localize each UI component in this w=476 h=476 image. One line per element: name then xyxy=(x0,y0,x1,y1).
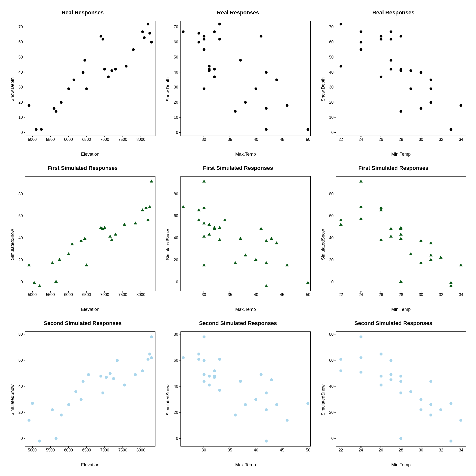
data-point xyxy=(306,128,309,131)
data-point xyxy=(399,280,403,283)
data-point xyxy=(55,110,57,113)
data-point xyxy=(239,237,242,240)
y-axis-label: SimulatedSnow xyxy=(321,229,326,260)
data-point xyxy=(389,235,393,238)
data-point xyxy=(101,38,104,40)
data-point xyxy=(389,359,392,362)
x-axis-label: Elevation xyxy=(25,152,155,157)
x-ticks: 5000550060006500700075008000 xyxy=(25,446,155,452)
chart-title: First Simulated Responses xyxy=(358,165,428,171)
data-point xyxy=(60,414,63,416)
data-point xyxy=(429,414,432,416)
plot-area: 020406080 xyxy=(180,176,311,291)
y-tick-label: 60 xyxy=(329,40,336,44)
data-point xyxy=(123,384,126,387)
data-point xyxy=(203,35,205,37)
data-point xyxy=(55,437,58,440)
data-point xyxy=(27,263,31,266)
data-point xyxy=(82,380,85,383)
x-axis-label: Max.Temp xyxy=(180,462,311,468)
data-point xyxy=(202,235,206,238)
x-tick-label: 35 xyxy=(228,137,232,142)
data-point xyxy=(103,68,106,71)
y-tick-label: 30 xyxy=(329,85,336,89)
data-point xyxy=(265,408,268,411)
y-tick-label: 80 xyxy=(18,192,25,196)
chart-title: First Simulated Responses xyxy=(203,165,273,171)
data-point xyxy=(239,380,242,383)
x-ticks: 22242628303234 xyxy=(336,291,466,297)
y-tick-label: 70 xyxy=(174,25,181,29)
data-point xyxy=(202,221,206,224)
y-tick-label: 40 xyxy=(174,70,181,75)
x-ticks: 22242628303234 xyxy=(336,446,466,452)
data-point xyxy=(58,258,61,261)
data-point xyxy=(182,356,185,359)
data-point xyxy=(79,239,83,242)
chart-title: Second Simulated Responses xyxy=(44,320,121,327)
data-point xyxy=(202,263,206,266)
x-tick-label: 6500 xyxy=(82,293,91,297)
x-tick-label: 5500 xyxy=(46,137,55,142)
x-tick-label: 26 xyxy=(379,137,383,142)
x-tick-label: 22 xyxy=(339,137,343,142)
data-point xyxy=(223,218,227,221)
y-tick-label: 0 xyxy=(331,280,336,284)
y-axis-label: SimulatedSnow xyxy=(10,229,15,260)
chart-title: Real Responses xyxy=(61,9,104,16)
y-tick-label: 20 xyxy=(174,100,181,105)
data-point xyxy=(197,208,201,211)
x-tick-label: 5000 xyxy=(28,137,37,142)
data-point xyxy=(218,358,221,361)
plot-area: 020406080 xyxy=(180,331,311,446)
x-axis-label: Elevation xyxy=(25,307,155,312)
y-tick-label: 30 xyxy=(174,85,181,89)
y-tick-label: 20 xyxy=(174,258,181,262)
data-point xyxy=(359,335,362,338)
data-point xyxy=(429,258,433,261)
data-point xyxy=(439,408,442,411)
chart-cell-0: Real ResponsesSnow.Depth0102030405060705… xyxy=(5,5,160,160)
y-tick-label: 60 xyxy=(174,40,181,44)
x-ticks: 5000550060006500700075008000 xyxy=(25,291,155,297)
y-tick-label: 60 xyxy=(174,214,181,218)
data-point xyxy=(254,258,258,261)
data-point xyxy=(51,408,54,411)
y-tick-label: 20 xyxy=(329,100,336,105)
data-point xyxy=(147,23,149,26)
data-point xyxy=(430,101,432,104)
x-ticks: 3035404550 xyxy=(180,136,311,142)
data-point xyxy=(141,369,144,372)
y-tick-label: 60 xyxy=(18,40,25,44)
y-tick-label: 40 xyxy=(329,384,336,389)
y-tick-label: 80 xyxy=(329,332,336,337)
data-point xyxy=(28,419,30,422)
data-point xyxy=(270,237,273,240)
data-point xyxy=(459,263,463,266)
plot-area: 010203040506070 xyxy=(25,21,155,136)
plot-area: 010203040506070 xyxy=(180,21,311,136)
data-point xyxy=(359,356,362,359)
data-point xyxy=(389,378,392,381)
y-axis-label: SimulatedSnow xyxy=(165,229,171,260)
chart-title: Second Simulated Responses xyxy=(199,320,277,327)
data-point xyxy=(389,68,392,71)
data-point xyxy=(123,223,126,226)
x-tick-label: 40 xyxy=(254,293,258,297)
x-tick-label: 35 xyxy=(228,293,232,297)
y-axis-label: SimulatedSnow xyxy=(165,385,171,416)
y-tick-label: 0 xyxy=(331,130,336,135)
data-point xyxy=(399,227,403,230)
y-tick-label: 50 xyxy=(174,55,181,60)
data-point xyxy=(429,241,433,244)
y-axis-label: SimulatedSnow xyxy=(321,385,326,416)
data-point xyxy=(275,403,278,406)
data-point xyxy=(203,48,205,51)
y-tick-label: 10 xyxy=(18,115,25,120)
x-ticks: 22242628303234 xyxy=(336,136,466,142)
y-tick-label: 50 xyxy=(329,55,336,60)
data-point xyxy=(85,88,88,90)
data-point xyxy=(32,281,36,284)
x-tick-label: 8000 xyxy=(136,448,145,452)
y-tick-label: 20 xyxy=(18,258,25,262)
